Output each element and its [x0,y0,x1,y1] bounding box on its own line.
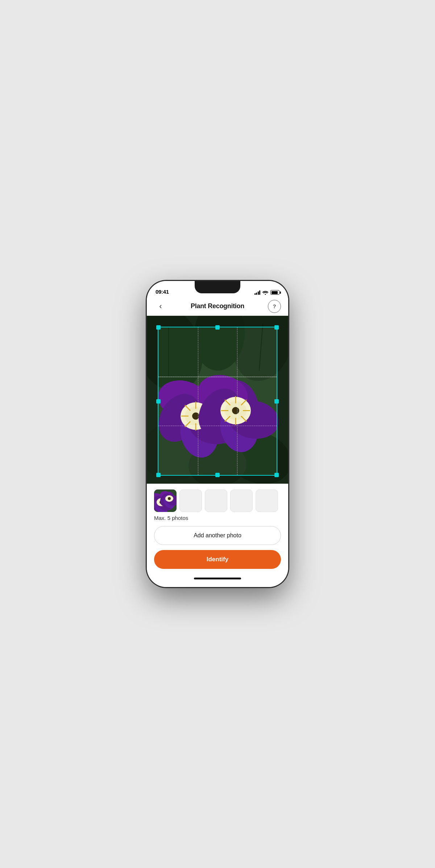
crop-handle-bottom-left[interactable] [156,473,161,477]
flower-image [147,316,288,484]
crop-handle-bottom-right[interactable] [274,473,279,477]
crop-handle-top-right[interactable] [274,325,279,330]
back-icon: ‹ [159,302,162,311]
crop-handle-top-middle[interactable] [215,325,220,330]
photo-row [154,489,281,512]
notch [195,281,240,293]
page-title: Plant Recognition [191,302,244,310]
nav-bar: ‹ Plant Recognition ? [147,297,288,316]
add-another-photo-button[interactable]: Add another photo [154,526,281,545]
crop-handle-top-left[interactable] [156,325,161,330]
max-photos-label: Max. 5 photos [154,515,281,521]
grid-line-horizontal-1 [158,377,277,377]
overlay-right [277,327,288,476]
add-another-photo-label: Add another photo [194,532,241,539]
photo-thumbnail-2[interactable] [179,489,202,512]
phone-screen: 09:41 ‹ Plant Recognition [147,281,288,587]
bottom-panel: Max. 5 photos Add another photo Identify [147,484,288,587]
photo-thumbnail-4[interactable] [230,489,253,512]
status-icons [254,290,280,295]
home-indicator [154,573,281,583]
crop-overlay[interactable] [147,316,288,484]
help-button[interactable]: ? [268,300,281,313]
crop-box[interactable] [158,327,277,476]
grid-line-vertical-1 [198,327,198,475]
thumbnail-flower-svg [154,489,177,512]
image-container[interactable] [147,316,288,484]
status-time: 09:41 [156,289,169,295]
crop-handle-bottom-middle[interactable] [215,473,220,477]
battery-icon [270,290,279,295]
photo-thumbnail-5[interactable] [256,489,278,512]
wifi-icon [262,290,268,295]
crop-handle-middle-left[interactable] [156,399,161,404]
grid-line-vertical-2 [237,327,237,475]
crop-handle-middle-right[interactable] [274,399,279,404]
help-icon: ? [273,303,276,309]
identify-label: Identify [207,556,228,563]
phone-frame: 09:41 ‹ Plant Recognition [147,281,288,587]
home-bar [194,578,241,579]
photo-thumbnail-3[interactable] [205,489,227,512]
svg-point-55 [168,497,171,500]
identify-button[interactable]: Identify [154,550,281,569]
back-button[interactable]: ‹ [154,300,167,313]
signal-icon [254,290,261,295]
grid-line-horizontal-2 [158,426,277,426]
photo-thumbnail-1[interactable] [154,489,177,512]
